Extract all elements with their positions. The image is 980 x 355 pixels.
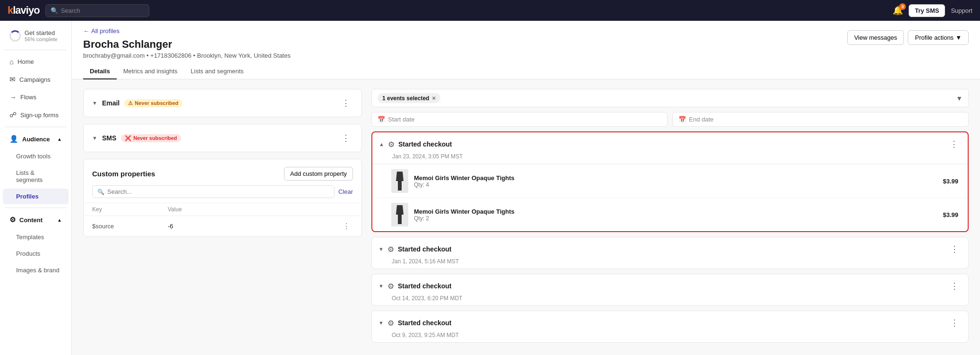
back-arrow-icon: ← [83,27,89,35]
sidebar-item-signup-forms[interactable]: ☍ Sign-up forms [3,106,69,123]
progress-circle-icon [9,30,21,42]
profile-name: Brocha Schlanger [83,38,291,51]
event-1-menu-button[interactable]: ⋮ [947,138,961,150]
event-4-chevron-icon[interactable]: ▼ [378,320,384,326]
profile-tabs: Details Metrics and insights Lists and s… [83,64,969,79]
profile-sep1: • [146,52,150,59]
sidebar-item-content[interactable]: ⚙ Content ▲ [3,211,69,228]
add-custom-property-button[interactable]: Add custom property [284,167,353,181]
event-4-timestamp: Oct 9, 2023, 9:25 AM MDT [385,332,968,342]
notification-badge: 3 [899,3,906,10]
event-card-1-header: ▲ ⚙ Started checkout ⋮ [372,132,968,156]
home-icon: ⌂ [9,58,14,66]
end-date-input[interactable]: 📅 End date [672,112,969,127]
breadcrumb[interactable]: ← All profiles [83,27,291,35]
filter-tag-label: 1 events selected [382,95,429,102]
sms-menu-button[interactable]: ⋮ [339,132,353,144]
main-content: ← All profiles Brocha Schlanger brochrab… [72,21,980,355]
flows-label: Flows [20,94,36,101]
sidebar-divider-2 [5,127,67,127]
custom-props-title: Custom properties [92,170,155,178]
sidebar-divider-3 [5,208,67,208]
sms-chevron-icon[interactable]: ▼ [92,135,97,141]
sidebar-item-flows[interactable]: → Flows [3,89,69,105]
props-search-box[interactable]: 🔍 [92,185,335,198]
event-4-menu-button[interactable]: ⋮ [947,317,962,329]
sidebar-item-audience[interactable]: 👤 Audience ▲ [3,130,69,147]
flows-icon: → [9,93,17,101]
sidebar-item-lists-segments[interactable]: Lists & segments [3,165,69,188]
event-3-title: Started checkout [398,282,944,290]
content-area: ▼ Email ⚠ Never subscribed ⋮ ▼ SMS [72,79,980,352]
event-3-menu-button[interactable]: ⋮ [947,280,962,292]
event-1-item-1-image [391,169,408,193]
sms-status-text: Never subscribed [133,135,177,141]
content-icon: ⚙ [9,216,16,224]
custom-properties-card: Custom properties Add custom property 🔍 … [83,159,362,237]
filter-expand-icon[interactable]: ▼ [956,95,963,102]
event-card-1: ▲ ⚙ Started checkout ⋮ Jan 23, 2024, 3:0… [371,131,969,232]
sidebar-item-growth-tools[interactable]: Growth tools [3,148,69,164]
templates-label: Templates [16,234,44,241]
event-2-chevron-icon[interactable]: ▼ [378,246,384,252]
search-props-icon: 🔍 [97,189,104,195]
profile-sep2: • [193,52,197,59]
sidebar-item-templates[interactable]: Templates [3,229,69,245]
props-search-input[interactable] [107,188,329,195]
notifications-bell[interactable]: 🔔 3 [893,5,903,16]
prop-row-menu-button[interactable]: ⋮ [340,221,353,232]
email-chevron-icon[interactable]: ▼ [92,100,97,106]
col-value-header: Value [168,206,353,213]
filter-tag-remove-button[interactable]: × [432,95,436,102]
event-1-item-2-image [391,203,408,226]
event-1-chevron-icon[interactable]: ▲ [379,141,384,147]
event-3-chevron-icon[interactable]: ▼ [378,283,384,289]
logo: klaviyo [8,4,40,17]
sidebar-item-campaigns[interactable]: ✉ Campaigns [3,71,69,88]
campaigns-icon: ✉ [9,75,16,84]
event-1-item-1-name: Memoi Girls Winter Opaque Tights [414,174,937,182]
try-sms-button[interactable]: Try SMS [909,4,945,17]
profile-subtitle: brochraby@gmail.com • +17183062806 • Bro… [83,52,291,59]
tab-metrics[interactable]: Metrics and insights [117,64,184,79]
sidebar-item-home[interactable]: ⌂ Home [3,53,69,70]
get-started-progress: 56% complete [25,36,58,42]
prop-key: $source [92,223,168,230]
home-label: Home [17,58,34,65]
event-1-item-2-price: $3.99 [943,211,958,218]
signup-label: Sign-up forms [20,112,59,119]
event-1-item-1-price: $3.99 [943,178,958,185]
event-card-4: ▼ ⚙ Started checkout ⋮ Oct 9, 2023, 9:25… [371,311,969,343]
event-2-menu-button[interactable]: ⋮ [947,243,962,255]
tights-icon [395,172,404,190]
event-1-title: Started checkout [398,140,943,148]
start-date-input[interactable]: 📅 Start date [371,112,668,127]
profiles-label: Profiles [16,193,39,200]
audience-chevron-icon: ▲ [57,137,62,142]
sidebar-item-products[interactable]: Products [3,246,69,261]
calendar-start-icon: 📅 [378,116,385,123]
images-brand-label: Images & brand [16,267,60,274]
sidebar-item-profiles[interactable]: Profiles [3,189,69,204]
signup-icon: ☍ [9,111,17,119]
sidebar-item-get-started[interactable]: Get started 56% complete [3,25,69,46]
custom-props-header: Custom properties Add custom property [84,159,361,185]
event-1-items: Memoi Girls Winter Opaque Tights Qty: 4 … [372,164,968,231]
sidebar-item-images-brand[interactable]: Images & brand [3,262,69,278]
col-key-header: Key [92,206,168,213]
event-2-gear-icon: ⚙ [387,245,394,254]
search-container[interactable]: 🔍 [45,4,149,17]
products-label: Products [16,250,40,257]
profile-actions-button[interactable]: Profile actions ▼ [908,30,969,45]
tab-details[interactable]: Details [83,64,117,79]
event-1-item-1-qty: Qty: 4 [414,182,937,188]
tab-lists[interactable]: Lists and segments [184,64,250,79]
sms-status-badge: ❌ Never subscribed [121,134,181,142]
events-filter-bar: 1 events selected × ▼ [371,89,969,107]
email-menu-button[interactable]: ⋮ [339,97,353,109]
support-link[interactable]: Support [951,7,972,14]
clear-search-button[interactable]: Clear [338,188,353,195]
get-started-label: Get started [25,29,58,36]
search-input[interactable] [61,7,137,14]
view-messages-button[interactable]: View messages [847,30,904,45]
